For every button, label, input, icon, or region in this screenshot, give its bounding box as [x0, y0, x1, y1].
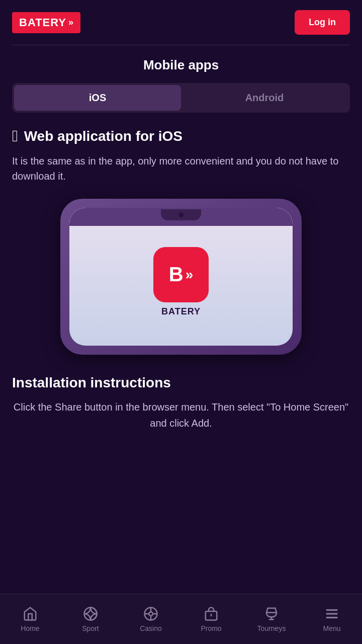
installation-section: Installation instructions Click the Shar…	[0, 375, 362, 431]
menu-icon	[324, 606, 339, 621]
nav-label-menu: Menu	[323, 624, 340, 632]
installation-title: Installation instructions	[12, 375, 350, 391]
home-icon	[23, 606, 38, 621]
bottom-nav: Home Sport Casino Promo	[0, 594, 362, 644]
logo-box: BATERY »	[12, 12, 80, 33]
section-title:  Web application for iOS	[12, 127, 350, 145]
tab-ios[interactable]: iOS	[14, 85, 181, 111]
login-button[interactable]: Log in	[295, 10, 350, 35]
nav-label-home: Home	[21, 624, 39, 632]
app-icon-arrow-icon: »	[186, 267, 194, 283]
nav-label-promo: Promo	[201, 624, 221, 632]
section-title-text: Web application for iOS	[24, 128, 183, 144]
phone-mockup: B » BATERY	[0, 199, 362, 355]
apple-icon: 	[12, 127, 18, 145]
logo-text: BATERY	[19, 16, 66, 29]
installation-text: Click the Share button in the browser me…	[12, 399, 350, 431]
nav-item-tourneys[interactable]: Tourneys	[241, 606, 302, 632]
app-icon-b: B	[169, 263, 184, 286]
tab-switcher: iOS Android	[12, 83, 350, 113]
phone-notch	[161, 209, 201, 220]
app-icon-label: BATERY	[161, 306, 201, 317]
phone-notch-area	[69, 208, 293, 226]
nav-item-casino[interactable]: Casino	[121, 606, 181, 632]
phone-screen: B » BATERY	[69, 208, 293, 346]
tab-android[interactable]: Android	[181, 85, 348, 111]
nav-item-promo[interactable]: Promo	[181, 606, 241, 632]
phone-frame: B » BATERY	[60, 199, 302, 355]
app-icon-inner: B »	[169, 263, 193, 286]
nav-item-menu[interactable]: Menu	[302, 606, 362, 632]
nav-label-casino: Casino	[140, 624, 162, 632]
logo-arrow-icon: »	[68, 17, 73, 28]
phone-camera	[178, 212, 184, 217]
logo: BATERY »	[12, 12, 80, 33]
app-icon-wrapper: B » BATERY	[153, 247, 209, 317]
header: BATERY » Log in	[0, 0, 362, 45]
sport-icon	[83, 606, 98, 621]
tourneys-icon	[264, 606, 279, 621]
section-description: It is the same as in the app, only more …	[12, 153, 350, 184]
app-icon: B »	[153, 247, 209, 302]
nav-label-tourneys: Tourneys	[257, 624, 286, 632]
nav-label-sport: Sport	[82, 624, 99, 632]
promo-icon	[204, 606, 219, 621]
nav-item-sport[interactable]: Sport	[60, 606, 121, 632]
svg-point-2	[149, 612, 153, 616]
page-title: Mobile apps	[0, 45, 362, 83]
casino-icon	[143, 606, 158, 621]
nav-item-home[interactable]: Home	[0, 606, 60, 632]
ios-content:  Web application for iOS It is the same…	[0, 127, 362, 184]
